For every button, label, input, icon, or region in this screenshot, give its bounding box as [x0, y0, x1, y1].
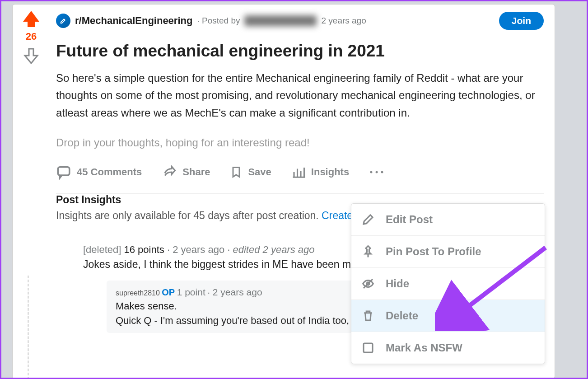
- sep: ·: [207, 287, 213, 297]
- menu-mark-nsfw[interactable]: Mark As NSFW: [351, 332, 545, 364]
- svg-rect-5: [364, 343, 373, 352]
- menu-hide[interactable]: Hide: [351, 268, 545, 300]
- comments-label: 45 Comments: [77, 166, 142, 178]
- downvote-icon[interactable]: [23, 47, 39, 66]
- menu-edit-post[interactable]: Edit Post: [351, 204, 545, 236]
- vote-column: 26: [15, 11, 47, 66]
- share-label: Share: [182, 166, 210, 178]
- reply-points: 1 point: [177, 287, 205, 297]
- save-label: Save: [248, 166, 271, 178]
- insights-label: Insights: [311, 166, 349, 178]
- dots-icon: [369, 170, 384, 174]
- save-button[interactable]: Save: [230, 164, 271, 180]
- comment-user[interactable]: [deleted]: [83, 244, 121, 255]
- menu-delete[interactable]: Delete: [351, 300, 545, 332]
- more-button[interactable]: [369, 170, 384, 174]
- author-blurred: [244, 15, 317, 26]
- comment-icon: [56, 164, 71, 180]
- menu-nsfw-label: Mark As NSFW: [386, 342, 462, 354]
- svg-point-2: [376, 171, 378, 173]
- post-title: Future of mechanical engineering in 2021: [56, 42, 544, 61]
- sep: ·: [167, 244, 173, 255]
- svg-point-1: [370, 171, 373, 173]
- reply-age: 2 years ago: [213, 287, 262, 297]
- pencil-icon: [361, 213, 375, 226]
- post-body-1: So here's a simple question for the enti…: [56, 70, 544, 122]
- post-score: 26: [26, 31, 37, 42]
- eye-off-icon: [361, 277, 375, 290]
- join-button[interactable]: Join: [499, 12, 544, 30]
- post-age: 2 years ago: [321, 16, 366, 26]
- posted-by-prefix: · Posted by: [197, 16, 240, 26]
- subreddit-icon[interactable]: [56, 14, 70, 28]
- share-icon: [162, 165, 177, 179]
- bookmark-icon: [230, 164, 243, 180]
- sep: ·: [227, 244, 233, 255]
- op-badge: OP: [162, 287, 175, 297]
- comments-button[interactable]: 45 Comments: [56, 164, 142, 180]
- menu-pin-label: Pin Post To Profile: [386, 245, 481, 258]
- trash-icon: [361, 309, 375, 323]
- bar-chart-icon: [291, 165, 306, 179]
- thread-line: [28, 276, 29, 379]
- menu-pin-post[interactable]: Pin Post To Profile: [351, 236, 545, 268]
- comment-age: 2 years ago: [173, 244, 224, 255]
- post-body-2: Drop in your thoughts, hoping for an int…: [56, 134, 544, 151]
- pin-icon: [361, 245, 375, 258]
- svg-point-3: [381, 171, 383, 173]
- comment-edited: edited 2 years ago: [233, 244, 315, 255]
- upvote-icon[interactable]: [23, 11, 39, 22]
- insights-button[interactable]: Insights: [291, 165, 349, 179]
- insights-create-link[interactable]: Create: [322, 210, 353, 221]
- action-row: 45 Comments Share Save Insights: [56, 164, 544, 180]
- menu-hide-label: Hide: [386, 277, 409, 290]
- more-dropdown: Edit Post Pin Post To Profile Hide Delet…: [351, 203, 545, 364]
- checkbox-icon: [361, 341, 375, 355]
- post-header: r/MechanicalEngineering · Posted by 2 ye…: [56, 12, 544, 30]
- menu-edit-label: Edit Post: [386, 213, 433, 226]
- svg-rect-0: [58, 167, 70, 175]
- menu-delete-label: Delete: [386, 309, 418, 322]
- comment-points: 16 points: [124, 244, 164, 255]
- reply-user[interactable]: supreeth2810: [116, 289, 160, 297]
- insights-desc: Insights are only available for 45 days …: [56, 210, 322, 221]
- subreddit-link[interactable]: r/MechanicalEngineering: [75, 15, 192, 27]
- share-button[interactable]: Share: [162, 165, 210, 179]
